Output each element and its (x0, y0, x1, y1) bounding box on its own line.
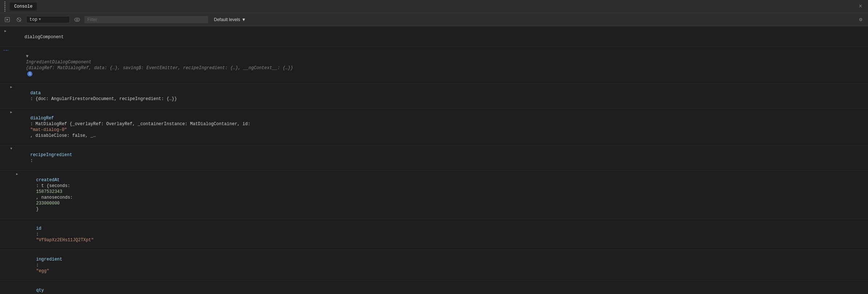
back-arrow-icon: ← (3, 47, 9, 53)
spacer-id (15, 219, 20, 225)
levels-arrow: ▼ (242, 17, 246, 22)
log-entry-created-at: createdAt : t {seconds: 1587532343 , nan… (0, 171, 868, 219)
expand-arrow-dialog-component[interactable] (3, 28, 8, 34)
eye-icon[interactable] (73, 15, 81, 24)
context-arrow: ▼ (39, 17, 41, 21)
svg-point-4 (75, 18, 80, 21)
svg-marker-1 (7, 19, 8, 21)
close-button[interactable]: × (856, 2, 865, 11)
spacer-ingredient (15, 250, 20, 256)
log-entry-data: data : {doc: AngularFirestoreDocument, r… (0, 84, 868, 109)
console-tab[interactable]: Console (10, 3, 37, 11)
context-label: top (29, 17, 37, 22)
log-entry-ingredient: ingredient : "egg" (0, 250, 868, 281)
spacer-qty (15, 281, 20, 287)
toolbar-row2: top ▼ Default levels ▼ ⚙ (0, 13, 868, 26)
context-selector[interactable]: top ▼ (26, 16, 70, 23)
levels-label: Default levels (214, 17, 240, 22)
log-entry-recipe-ingredient: recipeIngredient : (0, 146, 868, 171)
expand-arrow-recipe-ingredient[interactable] (9, 146, 14, 152)
drag-handle[interactable] (3, 0, 7, 13)
toolbar-row1: Console × (0, 0, 868, 13)
svg-line-3 (17, 18, 20, 21)
console-output: dialogComponent ← ▼ IngredientDialogComp… (0, 26, 868, 294)
log-line-ingredient-dialog: ▼ IngredientDialogComponent {dialogRef: … (10, 47, 868, 83)
log-entry-qty: qty : 1 (0, 281, 868, 294)
filter-input[interactable] (84, 16, 208, 23)
info-badge[interactable]: i (27, 71, 32, 76)
expand-arrow-dialogref[interactable] (9, 109, 14, 115)
log-entry-ingredient-dialog: ← ▼ IngredientDialogComponent {dialogRef… (0, 47, 868, 84)
log-entry-id: id : "Vf9apXz2EHs11JQ2TXpt" (0, 219, 868, 250)
log-line-dialog-component: dialogComponent (9, 28, 868, 46)
expand-arrow-data[interactable] (9, 84, 14, 90)
log-entry-dialogref: dialogRef : MatDialogRef {_overlayRef: O… (0, 109, 868, 146)
log-entry-dialog-component: dialogComponent (0, 28, 868, 47)
svg-point-5 (76, 19, 78, 20)
levels-button[interactable]: Default levels ▼ (211, 16, 249, 23)
expand-arrow-created-at[interactable] (15, 171, 20, 177)
clear-icon[interactable] (15, 15, 23, 24)
settings-icon[interactable]: ⚙ (856, 15, 865, 24)
execute-icon[interactable] (3, 15, 12, 24)
